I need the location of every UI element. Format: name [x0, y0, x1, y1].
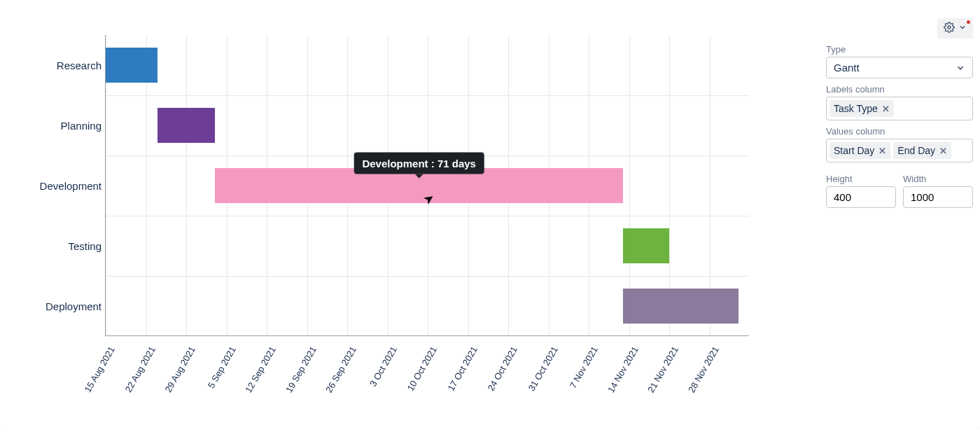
x-axis-tick: 21 Nov 2021: [645, 345, 680, 394]
x-axis-tick: 12 Sep 2021: [243, 345, 278, 394]
x-axis-tick: 14 Nov 2021: [606, 345, 640, 394]
x-axis-tick: 7 Nov 2021: [568, 345, 600, 390]
remove-tag-icon[interactable]: ✕: [939, 146, 947, 156]
labels-column-label: Labels column: [826, 84, 973, 95]
x-axis-tick: 10 Oct 2021: [405, 345, 439, 393]
x-axis-tick: 29 Aug 2021: [162, 345, 197, 394]
svg-point-0: [948, 26, 951, 29]
gantt-chart: Development : 71 days➤ 15 Aug 202122 Aug…: [14, 14, 812, 392]
type-select[interactable]: Gantt: [826, 57, 973, 78]
x-axis-tick: 5 Sep 2021: [205, 345, 237, 390]
type-label: Type: [826, 44, 973, 55]
labels-column-input[interactable]: Task Type ✕: [826, 97, 973, 120]
height-label: Height: [826, 174, 896, 184]
x-axis-tick: 19 Sep 2021: [284, 345, 318, 394]
width-input[interactable]: [903, 186, 973, 208]
remove-tag-icon[interactable]: ✕: [882, 104, 890, 114]
x-axis-tick: 24 Oct 2021: [486, 345, 519, 393]
settings-gear-button[interactable]: [937, 18, 973, 39]
chevron-down-icon: [958, 23, 967, 34]
y-axis-label: Testing: [14, 240, 102, 252]
gantt-bar[interactable]: [623, 228, 669, 263]
x-axis-tick: 17 Oct 2021: [445, 345, 479, 393]
height-input[interactable]: [826, 186, 896, 208]
values-column-tag: End Day✕: [893, 142, 951, 159]
x-axis-tick: 15 Aug 2021: [82, 345, 117, 394]
y-axis-label: Deployment: [14, 300, 102, 312]
gantt-bar[interactable]: [158, 108, 215, 143]
x-axis-tick: 26 Sep 2021: [323, 345, 358, 394]
remove-tag-icon[interactable]: ✕: [878, 146, 886, 156]
x-axis-tick: 31 Oct 2021: [526, 345, 559, 393]
y-axis-label: Planning: [14, 120, 102, 132]
values-column-label: Values column: [826, 126, 973, 137]
gear-icon: [944, 22, 955, 35]
x-axis-tick: 28 Nov 2021: [686, 345, 721, 394]
chevron-down-icon: [955, 63, 965, 73]
gantt-bar[interactable]: [106, 48, 158, 83]
y-axis-label: Development: [14, 180, 102, 192]
values-column-input[interactable]: Start Day✕End Day✕: [826, 139, 973, 162]
gantt-bar[interactable]: [623, 289, 738, 324]
x-axis-tick: 22 Aug 2021: [122, 345, 158, 394]
x-axis-tick: 3 Oct 2021: [368, 345, 399, 389]
width-label: Width: [903, 174, 973, 184]
notification-dot: [967, 20, 970, 24]
values-column-tag: Start Day✕: [830, 142, 890, 159]
plot-area: Development : 71 days➤: [105, 35, 749, 336]
labels-column-tag: Task Type ✕: [830, 100, 894, 117]
chart-tooltip: Development : 71 days: [354, 153, 484, 174]
type-select-value: Gantt: [834, 62, 860, 74]
y-axis-label: Research: [14, 60, 102, 71]
settings-panel: Type Gantt Labels column Task Type ✕ Val…: [826, 14, 973, 416]
